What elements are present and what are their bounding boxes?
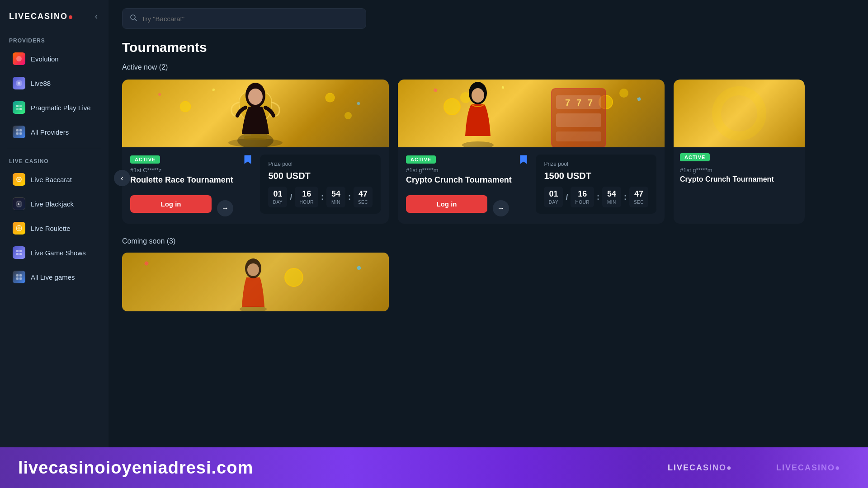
active-badge-roulette: ACTIVE xyxy=(130,155,160,164)
svg-point-42 xyxy=(248,89,263,105)
pragmatic-icon xyxy=(13,101,25,114)
evolution-icon xyxy=(13,52,25,65)
card-info-roulette: ACTIVE #1st C*****z Roulette Race Tourna… xyxy=(130,155,252,216)
logo: LIVECASINO xyxy=(9,12,72,21)
svg-text:7: 7 xyxy=(565,98,570,108)
arrow-button-roulette[interactable]: → xyxy=(217,200,233,216)
search-icon xyxy=(130,14,137,23)
blackjack-icon: ♠ xyxy=(13,197,25,210)
svg-rect-7 xyxy=(16,129,19,131)
svg-point-35 xyxy=(326,93,335,102)
sidebar-item-label-blackjack: Live Blackjack xyxy=(31,200,74,208)
search-input[interactable] xyxy=(142,15,359,23)
sidebar-item-blackjack[interactable]: ♠ Live Blackjack xyxy=(4,192,105,215)
sidebar-item-all-providers[interactable]: All Providers xyxy=(4,121,105,143)
svg-rect-3 xyxy=(16,105,19,107)
coming-soon-card-1 xyxy=(122,253,389,311)
sidebar-item-label-evolution: Evolution xyxy=(31,55,59,63)
search-bar-wrap xyxy=(108,0,868,35)
svg-rect-24 xyxy=(19,253,22,255)
page-title: Tournaments xyxy=(122,40,854,55)
svg-rect-9 xyxy=(16,132,19,135)
bookmark-icon-crypto[interactable] xyxy=(519,155,528,167)
svg-rect-38 xyxy=(357,102,360,105)
sidebar-item-label-baccarat: Live Baccarat xyxy=(31,176,72,183)
prize-panel-crypto: Prize pool 1500 USDT 01 DAY / 16 xyxy=(536,155,656,214)
svg-rect-8 xyxy=(19,129,22,131)
countdown-crypto: 01 DAY / 16 HOUR : 54 xyxy=(544,187,648,207)
svg-point-66 xyxy=(247,263,259,276)
svg-point-57 xyxy=(462,141,494,147)
bottom-logo-2: LIVECASINO● xyxy=(776,463,841,473)
sep5: : xyxy=(597,192,599,202)
sidebar-item-baccarat[interactable]: Live Baccarat xyxy=(4,168,105,191)
svg-rect-2 xyxy=(18,82,20,84)
roulette-icon xyxy=(13,222,25,235)
svg-rect-26 xyxy=(19,274,22,277)
svg-rect-6 xyxy=(19,108,22,110)
page-scroll: Tournaments Active now (2) xyxy=(108,35,868,488)
prize-label-roulette: Prize pool xyxy=(268,161,373,167)
card-info-crypto: ACTIVE #1st g*****m Crypto Crunch Tourna… xyxy=(406,155,528,216)
svg-rect-28 xyxy=(19,277,22,280)
bottom-logo-1-area: LIVECASINO● xyxy=(668,463,732,473)
svg-rect-21 xyxy=(16,250,19,252)
bookmark-icon-roulette[interactable] xyxy=(244,155,252,167)
tournament-card-roulette: ACTIVE #1st C*****z Roulette Race Tourna… xyxy=(122,80,389,224)
coming-soon-label: Coming soon (3) xyxy=(122,237,854,245)
svg-text:7: 7 xyxy=(588,98,593,108)
svg-rect-4 xyxy=(19,105,22,107)
bottom-logo-2-area: LIVECASINO● xyxy=(776,463,841,473)
sep6: : xyxy=(624,192,627,202)
sidebar-collapse-button[interactable]: ‹ xyxy=(93,10,99,23)
prize-label-crypto: Prize pool xyxy=(544,161,648,167)
sidebar-item-pragmatic[interactable]: Pragmatic Play Live xyxy=(4,96,105,119)
live88-icon xyxy=(13,77,25,89)
card-banner-roulette xyxy=(122,80,389,147)
coming-soon-grid xyxy=(122,253,854,311)
sidebar-item-gameshows[interactable]: Live Game Shows xyxy=(4,241,105,264)
countdown-day-crypto: 01 DAY xyxy=(544,187,563,207)
svg-rect-23 xyxy=(16,253,19,255)
svg-point-67 xyxy=(285,268,303,286)
bottom-banner: livecasinoioyeniadresi.com LIVECASINO● L… xyxy=(0,447,868,488)
card-banner-crypto: 7 7 7 xyxy=(398,80,665,147)
prize-amount-crypto: 1500 USDT xyxy=(544,171,648,181)
card-body-crypto: ACTIVE #1st g*****m Crypto Crunch Tourna… xyxy=(398,147,665,224)
sidebar-item-evolution[interactable]: Evolution xyxy=(4,47,105,70)
all-live-icon xyxy=(13,271,25,283)
sidebar-item-label-gameshows: Live Game Shows xyxy=(31,249,86,257)
countdown-min-roulette: 54 MIN xyxy=(326,187,345,207)
countdown-hour-crypto: 16 HOUR xyxy=(571,187,594,207)
svg-rect-27 xyxy=(16,277,19,280)
sidebar-item-label-all-live: All Live games xyxy=(31,273,75,281)
countdown-sec-roulette: 47 SEC xyxy=(354,187,373,207)
sep1: / xyxy=(290,192,292,202)
tournament-name-roulette: Roulette Race Tournament xyxy=(130,175,252,185)
svg-point-60 xyxy=(717,91,762,136)
rank-label-crypto: #1st g*****m xyxy=(406,167,528,174)
login-button-roulette[interactable]: Log in xyxy=(130,195,212,213)
sidebar-item-live88[interactable]: Live88 xyxy=(4,72,105,94)
arrow-button-crypto[interactable]: → xyxy=(493,200,509,216)
rank-label-roulette: #1st C*****z xyxy=(130,167,252,174)
prize-panel-roulette: Prize pool 500 USDT 01 DAY / 16 xyxy=(260,155,381,214)
sidebar-item-label-all-providers: All Providers xyxy=(31,128,69,136)
svg-point-16 xyxy=(18,227,20,230)
sidebar: LIVECASINO ‹ Providers Evolution Live88 … xyxy=(0,0,108,488)
bottom-spacer xyxy=(122,311,854,357)
divider-1 xyxy=(7,148,101,148)
countdown-hour-roulette: 16 HOUR xyxy=(295,187,318,207)
login-button-crypto[interactable]: Log in xyxy=(406,195,487,213)
svg-rect-55 xyxy=(637,97,641,101)
sidebar-item-roulette[interactable]: Live Roulette xyxy=(4,217,105,239)
sep3: : xyxy=(348,192,351,202)
carousel-left-button[interactable]: ‹ xyxy=(114,170,130,186)
countdown-sec-crypto: 47 SEC xyxy=(629,187,648,207)
svg-line-30 xyxy=(135,19,137,21)
live-casino-section-label: Live Casino xyxy=(0,152,108,167)
sidebar-item-all-live[interactable]: All Live games xyxy=(4,266,105,288)
all-providers-icon xyxy=(13,126,25,138)
svg-text:7: 7 xyxy=(576,98,581,108)
svg-rect-25 xyxy=(16,274,19,277)
